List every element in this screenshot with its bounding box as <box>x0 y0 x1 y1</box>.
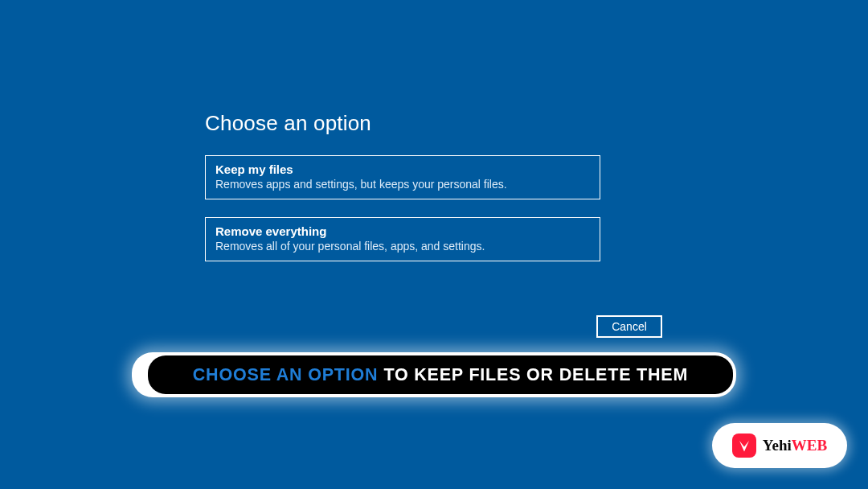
cancel-button[interactable]: Cancel <box>596 315 662 338</box>
brand-logo-icon <box>732 434 756 458</box>
caption-banner-wrap: CHOOSE AN OPTION TO KEEP FILES OR DELETE… <box>132 352 736 397</box>
brand-text: YehiWEB <box>763 437 827 454</box>
option-title: Remove everything <box>215 224 590 238</box>
brand-accent: WEB <box>792 437 827 454</box>
option-remove-everything[interactable]: Remove everything Removes all of your pe… <box>205 217 600 261</box>
reset-dialog: Choose an option Keep my files Removes a… <box>205 111 663 279</box>
watermark-badge: YehiWEB <box>712 423 847 468</box>
dialog-title: Choose an option <box>205 111 663 136</box>
option-desc: Removes all of your personal files, apps… <box>215 240 590 253</box>
caption-banner: CHOOSE AN OPTION TO KEEP FILES OR DELETE… <box>148 355 733 394</box>
option-keep-my-files[interactable]: Keep my files Removes apps and settings,… <box>205 155 600 199</box>
caption-highlight: CHOOSE AN OPTION <box>193 365 379 385</box>
option-desc: Removes apps and settings, but keeps you… <box>215 178 590 191</box>
brand-main: Yehi <box>763 437 792 454</box>
caption-rest: TO KEEP FILES OR DELETE THEM <box>383 365 688 385</box>
option-title: Keep my files <box>215 162 590 176</box>
